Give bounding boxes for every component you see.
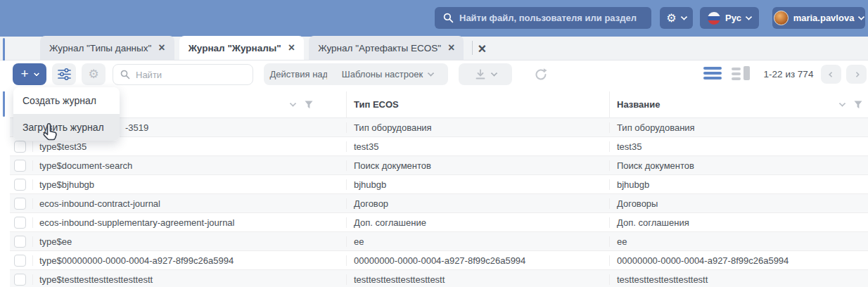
table-header-row: Тип ECOS Название — [10, 91, 868, 118]
table-cell: Поиск документов — [609, 160, 868, 171]
table-row[interactable]: type$eeeeee — [10, 232, 868, 251]
filter-funnel-icon[interactable] — [305, 101, 313, 109]
create-dropdown-menu: Создать журнал Загрузить журнал — [13, 87, 120, 141]
column-header-ecos-type: Тип ECOS — [354, 99, 399, 110]
table-row[interactable]: ecos-inbound-supplementary-agreement-jou… — [10, 213, 868, 232]
table-cell: type$test35 — [32, 141, 346, 152]
table-cell: Доп. соглашение — [346, 217, 609, 228]
export-button[interactable] — [459, 63, 512, 85]
table-cell: test35 — [346, 141, 609, 152]
tab-label: Журнал "Артефакты ECOS" — [318, 43, 441, 53]
sort-chevron-icon[interactable] — [290, 100, 297, 107]
table-cell: Тип оборудования — [346, 122, 609, 133]
tab-divider — [472, 41, 473, 55]
table-cell: ecos-inbound-contract-journal — [32, 198, 346, 209]
table-row[interactable]: type$test35test35test35 — [10, 137, 868, 156]
table-row[interactable]: type$document-searchПоиск документовПоис… — [10, 156, 868, 175]
chevron-down-icon — [745, 13, 752, 20]
table-body: -3519Тип оборудованияТип оборудованияtyp… — [10, 118, 868, 287]
templates-label: Шаблоны настроек — [342, 69, 423, 79]
close-icon[interactable]: × — [448, 42, 454, 53]
table-cell: ee — [346, 236, 609, 247]
tab-label: Журнал "Журналы" — [189, 43, 281, 53]
tab-journal-ecos-artifacts[interactable]: Журнал "Артефакты ECOS" × — [309, 36, 464, 60]
journal-toolbar: + ⚙ Найти Действия над 774 Шаблоны настр… — [0, 60, 868, 91]
table-cell: type$00000000-0000-0004-a927-8f99c26a599… — [32, 255, 346, 266]
language-label: Рус — [725, 13, 741, 23]
table-cell: type$testtesttesttesttesttestt — [32, 274, 346, 285]
next-page-button[interactable] — [846, 65, 867, 84]
tab-journal-data-types[interactable]: Журнал "Типы данных" × — [40, 36, 174, 60]
row-checkbox[interactable] — [14, 274, 26, 286]
filter-funnel-icon[interactable] — [854, 101, 862, 109]
preview-view-toggle[interactable] — [732, 66, 751, 82]
chevron-down-icon — [680, 13, 687, 20]
plus-icon: + — [20, 67, 28, 80]
language-selector[interactable]: Рус — [700, 7, 759, 29]
table-cell: type$bjhubgb — [32, 179, 346, 190]
table-cell: 00000000-0000-0004-a927-8f99c26a5994 — [346, 255, 609, 266]
close-all-tabs-button[interactable]: × — [478, 41, 486, 57]
row-checkbox[interactable] — [14, 255, 26, 267]
table-cell: bjhubgb — [346, 179, 609, 190]
settings-templates-button[interactable]: Шаблоны настроек — [327, 63, 448, 85]
tab-label: Журнал "Типы данных" — [49, 43, 151, 53]
row-checkbox[interactable] — [14, 160, 26, 172]
chevron-down-icon — [33, 70, 39, 76]
table-cell: Поиск документов — [346, 160, 609, 171]
refresh-icon — [533, 67, 549, 82]
settings-menu-button[interactable]: ⚙ — [660, 7, 693, 29]
global-search-input[interactable]: Найти файл, пользователя или раздел — [435, 7, 651, 29]
table-cell: 00000000-0000-0004-a927-8f99c26a5994 — [609, 255, 868, 266]
chevron-down-icon — [858, 13, 865, 20]
search-icon — [120, 70, 130, 79]
cursor-pointer-icon — [42, 122, 60, 142]
close-icon[interactable]: × — [158, 42, 165, 53]
table-cell: Доп. соглашения — [609, 217, 868, 228]
table-cell: bjhubgb — [609, 179, 868, 190]
journal-settings-button[interactable]: ⚙ — [82, 63, 106, 85]
sort-chevron-icon[interactable] — [839, 100, 846, 107]
russian-flag-icon — [708, 12, 720, 25]
table-row[interactable]: type$00000000-0000-0004-a927-8f99c26a599… — [10, 251, 868, 270]
table-search-placeholder: Найти — [136, 70, 162, 80]
table-search-input[interactable]: Найти — [113, 64, 253, 85]
row-checkbox[interactable] — [14, 141, 26, 153]
table-cell: type$ee — [32, 236, 346, 247]
row-checkbox[interactable] — [14, 179, 26, 191]
user-menu[interactable]: maria.pavlova — [772, 7, 865, 29]
chevron-right-icon — [853, 71, 859, 77]
table-cell: ee — [609, 236, 868, 247]
gear-icon: ⚙ — [666, 13, 676, 24]
menu-item-create-journal[interactable]: Создать журнал — [13, 87, 120, 114]
tab-journal-journals[interactable]: Журнал "Журналы" × — [179, 36, 304, 60]
chevron-down-icon — [428, 70, 435, 77]
row-checkbox[interactable] — [14, 236, 26, 248]
table-row[interactable]: type$testtesttesttesttesttestttesttestte… — [10, 270, 868, 287]
refresh-button[interactable] — [533, 67, 549, 85]
download-icon — [475, 69, 486, 80]
chevron-down-icon — [490, 70, 497, 77]
table-cell: testtesttesttesttesttestt — [346, 274, 609, 285]
filter-settings-button[interactable] — [52, 63, 76, 85]
sliders-icon — [58, 68, 71, 80]
table-cell: Договоры — [609, 198, 868, 209]
row-checkbox[interactable] — [14, 217, 26, 229]
close-icon[interactable]: × — [288, 42, 295, 53]
chevron-left-icon — [828, 71, 834, 77]
tab-strip: Журнал "Типы данных" × Журнал "Журналы" … — [0, 37, 868, 60]
table-cell: ecos-inbound-supplementary-agreement-jou… — [32, 217, 346, 228]
gear-icon: ⚙ — [88, 68, 98, 80]
row-checkbox[interactable] — [14, 198, 26, 210]
prev-page-button[interactable] — [821, 65, 841, 84]
table-cell: type$document-search — [32, 160, 346, 171]
list-view-toggle[interactable] — [703, 67, 722, 79]
table-row[interactable]: -3519Тип оборудованияТип оборудования — [10, 118, 868, 137]
table-row[interactable]: ecos-inbound-contract-journalДоговорДого… — [10, 194, 868, 213]
create-button[interactable]: + — [13, 63, 46, 85]
username-label: maria.pavlova — [793, 13, 855, 23]
global-search-placeholder: Найти файл, пользователя или раздел — [459, 13, 637, 23]
table-row[interactable]: type$bjhubgbbjhubgbbjhubgb — [10, 175, 868, 194]
menu-item-upload-journal[interactable]: Загрузить журнал — [13, 114, 120, 141]
search-icon — [443, 13, 454, 23]
